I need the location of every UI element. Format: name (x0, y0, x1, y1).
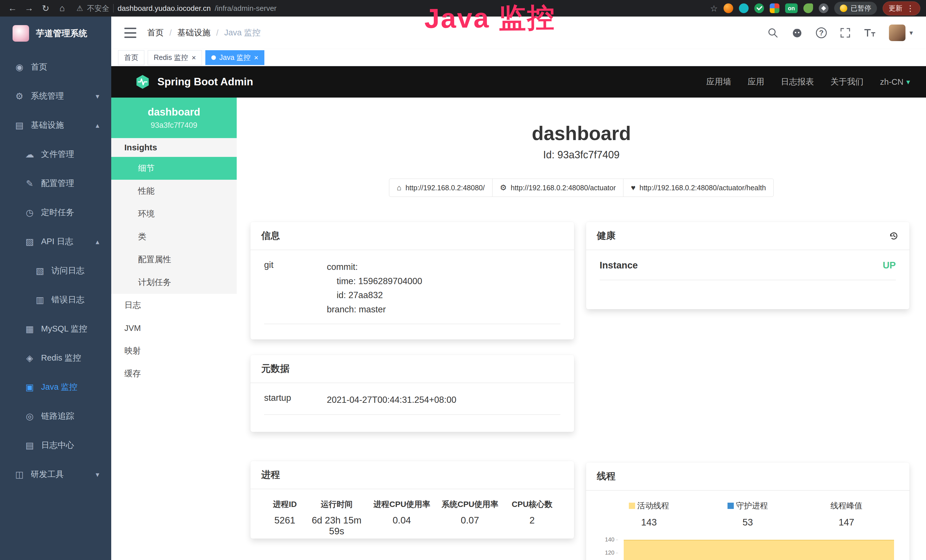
sba-brand[interactable]: Spring Boot Admin (135, 74, 253, 90)
sidebar-item-home[interactable]: ◉ 首页 (0, 53, 111, 82)
chevron-down-icon: ▾ (95, 92, 99, 100)
content-column: 首页 / 基础设施 / Java 监控 ? (111, 17, 926, 560)
address-bar[interactable]: ⚠ 不安全 dashboard.yudao.iocoder.cn/infra/a… (76, 3, 277, 14)
sba-nav-journal[interactable]: 日志报表 (781, 76, 814, 88)
paused-label: 已暂停 (851, 4, 871, 13)
sba-item-details[interactable]: 细节 (111, 157, 237, 180)
metadata-card-header: 元数据 (250, 355, 574, 383)
sidebar-item-label: 链路追踪 (41, 410, 74, 422)
extension-icon-check[interactable] (754, 3, 764, 13)
sidebar-item-log-center[interactable]: ▤ 日志中心 (0, 431, 111, 460)
extension-icon-grid[interactable] (770, 3, 779, 13)
breadcrumb-infrastructure[interactable]: 基础设施 (177, 27, 210, 38)
sba-item-config-props[interactable]: 配置属性 (111, 248, 237, 271)
sba-language-select[interactable]: zh-CN ▾ (880, 77, 910, 87)
process-table-values: 5261 6d 23h 15m 59s 0.04 0.07 2 (264, 515, 560, 537)
extension-icon-leaf[interactable] (803, 3, 813, 13)
home-icon[interactable]: ⌂ (55, 3, 69, 14)
instance-header[interactable]: dashboard 93a3fc7f7409 (111, 98, 237, 138)
instance-hero: dashboard Id: 93a3fc7f7409 ⌂ http://192.… (237, 98, 926, 197)
sidebar-item-label: 系统管理 (31, 91, 64, 102)
sba-nav-wallboard[interactable]: 应用墙 (707, 76, 731, 88)
github-icon[interactable] (791, 27, 803, 38)
tab-redis-monitor[interactable]: Redis 监控 × (148, 50, 202, 65)
font-size-icon[interactable] (864, 27, 876, 38)
sba-item-jvm[interactable]: JVM (111, 317, 237, 339)
extension-icon-on-badge[interactable]: on (785, 3, 798, 13)
sidebar-item-infrastructure[interactable]: ▤ 基础设施 ▴ (0, 111, 111, 140)
health-url-button[interactable]: ♥ http://192.168.0.2:48080/actuator/heal… (623, 179, 773, 197)
sidebar-item-api-logs[interactable]: ▨ API 日志 ▴ (0, 227, 111, 256)
sba-item-caches[interactable]: 缓存 (111, 362, 237, 385)
sidebar-item-config-management[interactable]: ✎ 配置管理 (0, 169, 111, 198)
paused-badge[interactable]: 已暂停 (834, 2, 877, 15)
search-icon[interactable] (767, 27, 778, 38)
sidebar-item-scheduled-tasks[interactable]: ◷ 定时任务 (0, 198, 111, 227)
sba-item-environment[interactable]: 环境 (111, 203, 237, 226)
chevron-down-icon: ▾ (906, 77, 910, 86)
sidebar-item-mysql-monitor[interactable]: ▦ MySQL 监控 (0, 314, 111, 344)
user-avatar[interactable]: ▾ (889, 24, 913, 41)
forward-icon[interactable]: → (22, 3, 36, 14)
tags-view: 首页 Redis 监控 × Java 监控 × (111, 49, 926, 66)
infrastructure-icon: ▤ (12, 120, 26, 131)
column-header: 进程CPU使用率 (368, 499, 436, 510)
sba-item-classes[interactable]: 类 (111, 226, 237, 248)
extension-icon-drop[interactable] (739, 3, 749, 13)
menu-dots-icon[interactable]: ⋮ (906, 4, 914, 13)
sidebar-item-java-monitor[interactable]: ▣ Java 监控 (0, 372, 111, 402)
sidebar-item-redis-monitor[interactable]: ◈ Redis 监控 (0, 344, 111, 372)
info-card-body: git commit: time: 1596289704000 id: 27aa… (250, 250, 574, 334)
sidebar-item-access-logs[interactable]: ▧ 访问日志 (0, 256, 111, 285)
sba-sidebar: dashboard 93a3fc7f7409 Insights 细节 性能 环境… (111, 98, 237, 560)
insights-section-label: Insights (111, 138, 237, 157)
info-card-header: 信息 (250, 222, 574, 250)
sba-item-mappings[interactable]: 映射 (111, 339, 237, 362)
history-icon[interactable] (889, 231, 899, 241)
breadcrumb-home[interactable]: 首页 (147, 27, 164, 38)
instance-id-subtitle: Id: 93a3fc7f7409 (237, 149, 926, 161)
url-domain[interactable]: dashboard.yudao.iocoder.cn (118, 4, 211, 13)
security-label[interactable]: 不安全 (87, 3, 109, 14)
chrome-update-button[interactable]: 更新 ⋮ (883, 2, 920, 15)
extension-icon-fox[interactable] (723, 3, 733, 13)
app-logo[interactable]: 芋道管理系统 (0, 17, 111, 50)
sidebar-item-system-management[interactable]: ⚙ 系统管理 ▾ (0, 82, 111, 111)
sba-nav-applications[interactable]: 应用 (748, 76, 764, 88)
card-title: 进程 (261, 468, 280, 481)
bookmark-star-icon[interactable]: ☆ (710, 3, 718, 14)
help-icon[interactable]: ? (816, 27, 827, 38)
detail-cards: 信息 git commit: time: 1596289704000 id: 2… (237, 197, 926, 560)
process-table-header: 进程ID 运行时间 进程CPU使用率 系统CPU使用率 CPU核心数 (264, 499, 560, 510)
sba-main: dashboard Id: 93a3fc7f7409 ⌂ http://192.… (237, 98, 926, 560)
reload-icon[interactable]: ↻ (39, 3, 53, 14)
sidebar-item-file-management[interactable]: ☁ 文件管理 (0, 140, 111, 169)
sidebar-collapse-icon[interactable] (124, 28, 136, 38)
sba-nav-about[interactable]: 关于我们 (831, 76, 864, 88)
sidebar-item-trace[interactable]: ◎ 链路追踪 (0, 402, 111, 431)
tab-java-monitor[interactable]: Java 监控 × (205, 50, 264, 65)
status-badge: UP (883, 260, 896, 271)
tab-home[interactable]: 首页 (118, 50, 144, 65)
extension-icon-pin[interactable] (819, 3, 828, 13)
fullscreen-icon[interactable] (840, 27, 851, 38)
annotation-java-monitor: Java 监控 (424, 0, 555, 38)
info-value: commit: time: 1596289704000 id: 27aa832 … (327, 260, 422, 316)
service-url-button[interactable]: ⌂ http://192.168.0.2:48080/ (389, 179, 492, 197)
actuator-url-button[interactable]: ⚙ http://192.168.0.2:48080/actuator (492, 179, 624, 197)
process-card: 进程 进程ID 运行时间 进程CPU使用率 系统CPU使用率 (250, 461, 574, 539)
sba-nav: 应用墙 应用 日志报表 关于我们 zh-CN ▾ (707, 76, 910, 88)
language-label: zh-CN (880, 77, 903, 87)
page-title: dashboard (237, 122, 926, 144)
admin-sidebar: 芋道管理系统 ◉ 首页 ⚙ 系统管理 ▾ ▤ 基础设施 ▴ ☁ (0, 17, 111, 560)
sidebar-item-error-logs[interactable]: ▥ 错误日志 (0, 285, 111, 314)
sba-item-scheduled-tasks[interactable]: 计划任务 (111, 271, 237, 294)
close-icon[interactable]: × (254, 54, 259, 61)
close-icon[interactable]: × (192, 54, 196, 61)
sba-item-logs[interactable]: 日志 (111, 294, 237, 317)
api-log-icon: ▨ (23, 236, 36, 247)
sba-item-metrics[interactable]: 性能 (111, 180, 237, 203)
url-path[interactable]: /infra/admin-server (215, 4, 277, 13)
sidebar-item-dev-tools[interactable]: ◫ 研发工具 ▾ (0, 460, 111, 489)
back-icon[interactable]: ← (6, 3, 20, 14)
